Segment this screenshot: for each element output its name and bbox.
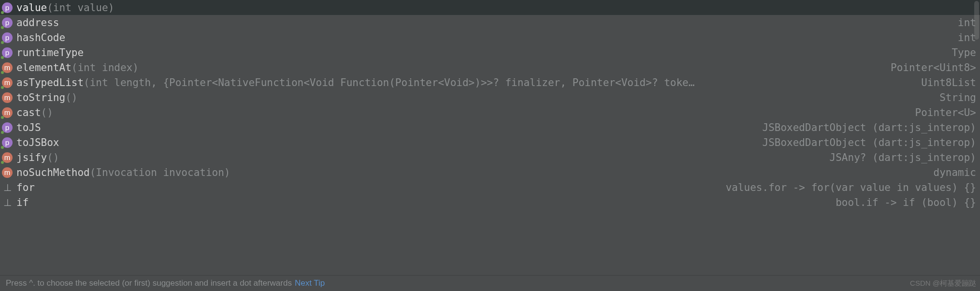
completion-item[interactable]: ⊥forvalues.for -> for(var value in value…	[0, 180, 980, 195]
template-icon: ⊥	[2, 182, 13, 193]
completion-item[interactable]: masTypedList(int length, {Pointer<Native…	[0, 75, 980, 90]
completion-item[interactable]: mtoString()String	[0, 90, 980, 105]
completion-item[interactable]: paddressint	[0, 15, 980, 30]
item-name: for	[16, 182, 35, 193]
completion-list[interactable]: pvalue(int value)paddressintphashCodeint…	[0, 0, 980, 275]
item-return-type: Type	[942, 47, 976, 58]
item-return-type: bool.if -> if (bool) {}	[826, 197, 976, 208]
item-name: toJS	[16, 122, 41, 133]
item-name: toJSBox	[16, 137, 59, 148]
item-name: cast	[16, 107, 41, 118]
item-return-type: JSBoxedDartObject (dart:js_interop)	[752, 137, 976, 148]
item-name: elementAt	[16, 62, 72, 73]
item-params: (int value)	[47, 2, 114, 14]
item-return-type: int	[948, 17, 976, 29]
completion-item[interactable]: melementAt(int index)Pointer<Uint8>	[0, 60, 980, 75]
completion-item[interactable]: mcast()Pointer<U>	[0, 105, 980, 120]
modifier-dot-icon	[1, 161, 4, 164]
template-icon: ⊥	[2, 197, 13, 208]
modifier-dot-icon	[1, 11, 4, 14]
modifier-dot-icon	[1, 131, 4, 134]
property-icon: p	[2, 32, 13, 43]
completion-item[interactable]: pvalue(int value)	[0, 0, 980, 15]
item-name: address	[16, 17, 59, 29]
modifier-dot-icon	[1, 86, 4, 89]
watermark-text: CSDN @柯基爱蹦跶	[910, 279, 976, 288]
item-name: jsify	[16, 152, 47, 163]
item-return-type: dynamic	[923, 167, 976, 178]
item-name: if	[16, 197, 29, 208]
completion-popup: pvalue(int value)paddressintphashCodeint…	[0, 0, 980, 291]
completion-item[interactable]: phashCodeint	[0, 30, 980, 45]
item-return-type: String	[930, 92, 976, 103]
property-icon: p	[2, 17, 13, 28]
method-icon: m	[2, 107, 13, 118]
item-return-type: JSBoxedDartObject (dart:js_interop)	[752, 122, 976, 133]
completion-item[interactable]: mjsify()JSAny? (dart:js_interop)	[0, 150, 980, 165]
footer-hint: Press ^. to choose the selected (or firs…	[6, 278, 292, 288]
property-icon: p	[2, 137, 13, 148]
method-icon: m	[2, 167, 13, 178]
item-name: toString	[16, 92, 65, 103]
property-icon: p	[2, 122, 13, 133]
modifier-dot-icon	[1, 71, 4, 74]
item-return-type: JSAny? (dart:js_interop)	[820, 152, 976, 163]
property-icon: p	[2, 47, 13, 58]
modifier-dot-icon	[1, 56, 4, 59]
item-params: ()	[41, 107, 53, 118]
modifier-dot-icon	[1, 41, 4, 44]
property-icon: p	[2, 2, 13, 13]
item-return-type: Uint8List	[911, 77, 976, 88]
next-tip-link[interactable]: Next Tip	[295, 278, 325, 288]
scrollbar-thumb[interactable]	[974, 1, 979, 40]
completion-item[interactable]: pruntimeTypeType	[0, 45, 980, 60]
method-icon: m	[2, 92, 13, 103]
item-name: runtimeType	[16, 47, 84, 58]
completion-item[interactable]: ⊥ifbool.if -> if (bool) {}	[0, 195, 980, 210]
item-return-type: values.for -> for(var value in values) {…	[716, 182, 976, 193]
method-icon: m	[2, 77, 13, 88]
completion-item[interactable]: ptoJSBoxJSBoxedDartObject (dart:js_inter…	[0, 135, 980, 150]
item-return-type: Pointer<Uint8>	[881, 62, 976, 73]
item-name: asTypedList	[16, 77, 84, 88]
item-params: (int index)	[72, 62, 139, 73]
footer-bar: Press ^. to choose the selected (or firs…	[0, 275, 980, 291]
method-icon: m	[2, 62, 13, 73]
item-params: (Invocation invocation)	[90, 167, 231, 178]
item-return-type: int	[948, 32, 976, 44]
item-params: (int length, {Pointer<NativeFunction<Voi…	[84, 77, 694, 88]
item-name: hashCode	[16, 32, 65, 44]
completion-item[interactable]: mnoSuchMethod(Invocation invocation)dyna…	[0, 165, 980, 180]
item-params: ()	[65, 92, 77, 103]
item-name: value	[16, 2, 47, 14]
item-params: ()	[47, 152, 59, 163]
modifier-dot-icon	[1, 116, 4, 119]
completion-item[interactable]: ptoJSJSBoxedDartObject (dart:js_interop)	[0, 120, 980, 135]
modifier-dot-icon	[1, 26, 4, 29]
modifier-dot-icon	[1, 146, 4, 149]
method-icon: m	[2, 152, 13, 163]
item-return-type: Pointer<U>	[906, 107, 976, 118]
item-name: noSuchMethod	[16, 167, 90, 178]
